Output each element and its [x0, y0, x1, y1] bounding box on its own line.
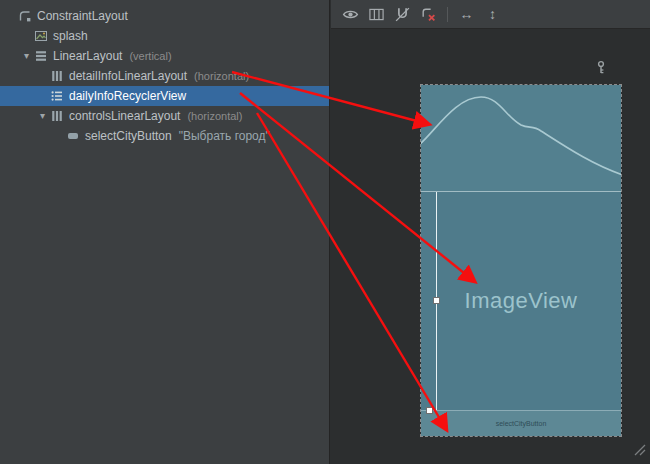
linear-layout-vertical-icon [33, 49, 48, 63]
select-city-button-preview[interactable]: selectCityButton [421, 410, 621, 436]
tree-item-label: ConstraintLayout [37, 9, 128, 23]
imageview-preview[interactable]: ImageView [421, 191, 621, 410]
key-icon[interactable] [594, 60, 608, 79]
component-tree-panel: ConstraintLayoutsplash▾LinearLayout(vert… [0, 0, 330, 464]
detail-info-preview[interactable] [421, 85, 621, 191]
weather-curve-graphic [421, 85, 621, 191]
selection-handle-left[interactable] [433, 297, 440, 304]
toolbar-separator [447, 7, 448, 22]
tree-item-orientation: (horizontal) [187, 110, 242, 122]
autoconnect-off-icon[interactable] [393, 5, 412, 24]
image-icon [33, 29, 48, 43]
tree-item-controlsLinearLayout[interactable]: ▾controlsLinearLayout(horizontal) [0, 106, 329, 126]
design-toolbar: ↔↕ [331, 0, 650, 29]
resize-grip-icon[interactable] [631, 441, 647, 461]
button-icon [65, 129, 80, 143]
resize-vertical-icon[interactable]: ↕ [483, 5, 502, 24]
chevron-down-icon[interactable]: ▾ [20, 46, 33, 66]
tree-item-label: detailInfoLinearLayout [69, 69, 187, 83]
tree-item-label: splash [53, 29, 88, 43]
constraint-layout-icon [17, 9, 32, 23]
view-options-icon[interactable] [341, 5, 360, 24]
recycler-view-icon [49, 89, 64, 103]
tree-item-selectCityButton[interactable]: selectCityButton"Выбрать город" [0, 126, 329, 146]
tree-item-label: controlsLinearLayout [69, 109, 180, 123]
device-preview[interactable]: ImageView selectCityButton [421, 85, 621, 436]
imageview-label: ImageView [465, 288, 578, 314]
tree-item-orientation: (horizontal) [194, 70, 249, 82]
tree-item-text-value: "Выбрать город" [179, 129, 270, 143]
tree-item-linearLayout[interactable]: ▾LinearLayout(vertical) [0, 46, 329, 66]
android-studio-layout-editor: ConstraintLayoutsplash▾LinearLayout(vert… [0, 0, 650, 464]
tree-item-detailInfoLinearLayout[interactable]: detailInfoLinearLayout(horizontal) [0, 66, 329, 86]
tree-item-label: dailyInfoRecyclerView [69, 89, 186, 103]
tree-item-dailyInfoRecyclerView[interactable]: dailyInfoRecyclerView [0, 86, 329, 106]
tree-item-label: LinearLayout [53, 49, 122, 63]
tree-item-label: selectCityButton [85, 129, 172, 143]
tree-item-orientation: (vertical) [129, 50, 171, 62]
clear-constraints-icon[interactable] [419, 5, 438, 24]
chevron-down-icon[interactable]: ▾ [36, 106, 49, 126]
linear-layout-horizontal-icon [49, 69, 64, 83]
tree-item-constraintLayout[interactable]: ConstraintLayout [0, 6, 329, 26]
design-surface: ImageView selectCityButton [331, 29, 650, 464]
selection-handle-bottom[interactable] [426, 407, 433, 414]
resize-horizontal-icon[interactable]: ↔ [457, 5, 476, 24]
tree-item-splash[interactable]: splash [0, 26, 329, 46]
select-city-button-label: selectCityButton [496, 420, 547, 427]
linear-layout-horizontal-icon [49, 109, 64, 123]
blueprint-mode-icon[interactable] [367, 5, 386, 24]
